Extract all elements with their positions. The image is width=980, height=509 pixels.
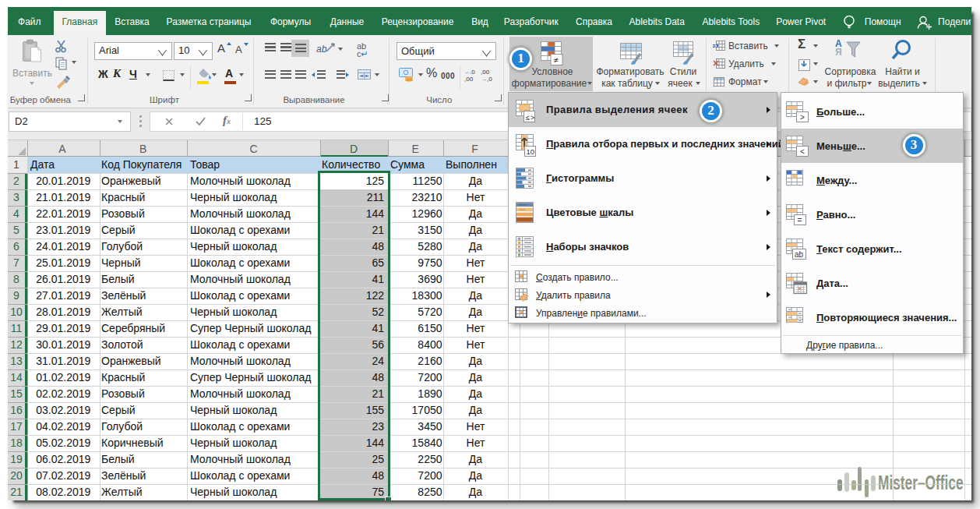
svg-text:>: > [531,114,534,122]
svg-text:>: > [800,113,805,122]
svg-text:≤: ≤ [526,114,530,122]
svg-text:10: 10 [527,147,535,156]
svg-text:≠: ≠ [554,55,559,65]
svg-text:→: → [481,76,487,82]
svg-text:,00: ,00 [481,69,490,76]
svg-text:<: < [800,147,805,156]
svg-text:ab: ab [795,250,804,259]
svg-text:,00: ,00 [464,76,474,82]
svg-text:.0: .0 [470,69,475,76]
svg-text:=: = [798,216,802,224]
svg-text:,0: ,0 [487,76,492,82]
